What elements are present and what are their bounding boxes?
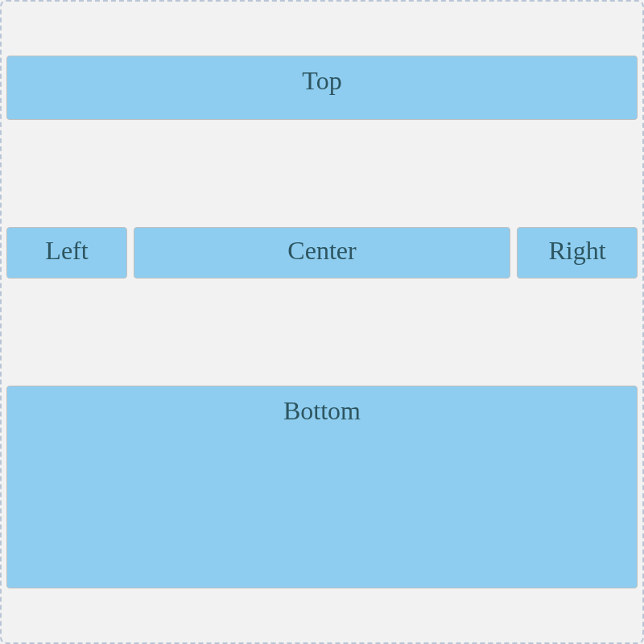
middle-row: Left Center Right [6,227,638,279]
left-label: Left [45,236,88,266]
bottom-panel: Bottom [6,386,638,588]
bottom-label: Bottom [283,396,361,426]
right-label: Right [548,236,605,266]
top-panel: Top [6,56,638,120]
layout-container: Top Left Center Right Bottom [0,0,644,644]
top-label: Top [302,66,341,96]
left-panel: Left [6,227,127,279]
center-label: Center [287,236,356,266]
center-panel: Center [134,227,510,279]
right-panel: Right [517,227,638,279]
